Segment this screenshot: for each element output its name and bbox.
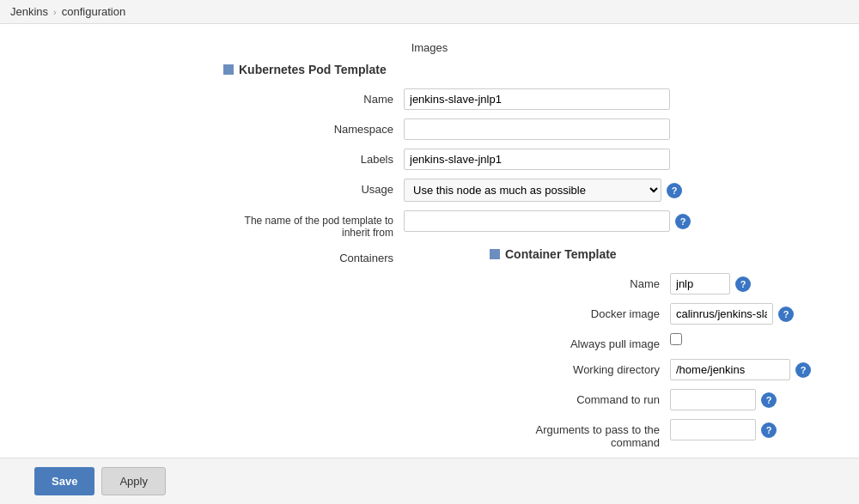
usage-help-icon[interactable]: ? [667,183,682,198]
breadcrumb-home[interactable]: Jenkins [10,5,48,18]
labels-input[interactable] [404,149,670,170]
main-content: Images Kubernetes Pod Template Name Name… [0,24,859,504]
breadcrumb-current: configuration [62,5,125,18]
command-field-group: ? [670,389,777,410]
name-label: Name [223,88,404,106]
usage-field-group: Use this node as much as possible Only b… [404,179,682,202]
name-field-group [404,88,670,110]
inherit-field-group: ? [404,210,691,232]
name-row: Name [223,88,825,110]
container-template-title: Container Template [505,247,617,261]
docker-image-field-group: ? [670,303,794,325]
inherit-label: The name of the pod template to inherit … [223,210,404,239]
namespace-input[interactable] [404,118,670,140]
bottom-bar: Save Apply [0,458,859,504]
always-pull-checkbox[interactable] [670,333,682,345]
usage-label: Usage [223,179,404,196]
containers-label: Containers [223,247,404,264]
namespace-field-group [404,118,670,140]
save-button[interactable]: Save [34,467,94,495]
working-dir-field-group: ? [670,359,811,380]
namespace-row: Namespace [223,118,825,140]
usage-row: Usage Use this node as much as possible … [223,179,825,202]
container-name-field-group: ? [670,273,751,295]
command-label: Command to run [490,389,670,406]
arguments-row: Arguments to pass to the command ? [490,419,811,449]
working-dir-row: Working directory ? [490,359,811,380]
kubernetes-pod-template-header: Kubernetes Pod Template [223,63,825,76]
always-pull-label: Always pull image [490,333,670,350]
labels-row: Labels [223,149,825,170]
container-name-help-icon[interactable]: ? [735,276,751,292]
working-dir-help-icon[interactable]: ? [795,362,811,378]
always-pull-field-group [670,333,682,345]
kubernetes-pod-template-title: Kubernetes Pod Template [239,63,387,76]
labels-label: Labels [223,149,404,166]
arguments-help-icon[interactable]: ? [761,422,777,438]
usage-select[interactable]: Use this node as much as possible Only b… [404,179,661,202]
container-section-icon [490,249,500,259]
inherit-help-icon[interactable]: ? [675,214,691,229]
container-template-header: Container Template [490,247,811,261]
name-input[interactable] [404,88,670,110]
docker-image-input[interactable] [670,303,773,325]
docker-image-help-icon[interactable]: ? [778,307,794,322]
command-row: Command to run ? [490,389,811,410]
form-container: Kubernetes Pod Template Name Namespace L… [223,63,825,504]
arguments-label: Arguments to pass to the command [490,419,670,449]
section-icon [223,64,234,75]
docker-image-row: Docker image ? [490,303,811,325]
always-pull-row: Always pull image [490,333,811,350]
arguments-field-group: ? [670,419,777,440]
command-help-icon[interactable]: ? [761,392,777,408]
labels-field-group [404,149,670,170]
inherit-row: The name of the pod template to inherit … [223,210,825,239]
breadcrumb: Jenkins › configuration [0,0,859,24]
apply-button[interactable]: Apply [101,467,166,495]
container-name-label: Name [490,273,670,290]
container-name-input[interactable] [670,273,730,295]
namespace-label: Namespace [223,118,404,136]
inherit-input[interactable] [404,210,670,232]
container-name-row: Name ? [490,273,811,295]
images-section-label: Images [34,41,825,54]
working-dir-label: Working directory [490,359,670,376]
arguments-input[interactable] [670,419,756,440]
docker-image-label: Docker image [490,303,670,320]
breadcrumb-separator: › [53,7,57,17]
working-dir-input[interactable] [670,359,790,380]
command-input[interactable] [670,389,756,410]
